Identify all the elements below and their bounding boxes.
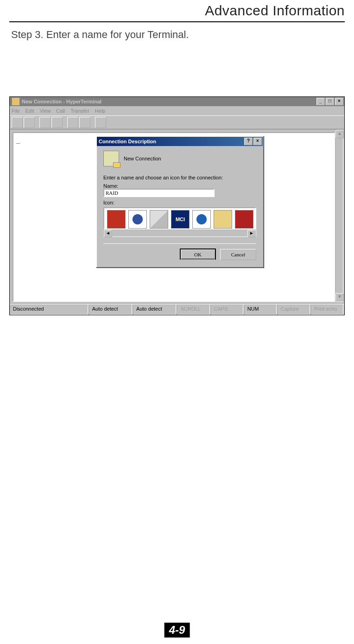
dialog-subtitle: New Connection <box>124 156 161 161</box>
menu-bar: File Edit View Call Transfer Help <box>10 106 344 115</box>
icon-picker[interactable]: MCI <box>103 207 256 230</box>
step-instruction: Step 3. Enter a name for your Terminal. <box>11 29 345 41</box>
icon-scroll-track[interactable] <box>112 230 247 236</box>
screenshot-hyperterminal: New Connection - HyperTerminal _ □ × Fil… <box>9 96 345 315</box>
status-caps: CAPS <box>211 305 243 315</box>
connection-description-dialog: Connection Description ? × New Connectio… <box>96 136 264 268</box>
status-capture: Capture <box>278 305 310 315</box>
toolbar-send-icon[interactable] <box>67 117 78 128</box>
status-num: NUM <box>244 305 277 315</box>
minimize-button[interactable]: _ <box>316 98 325 105</box>
toolbar-call-icon[interactable] <box>39 117 51 128</box>
name-input[interactable] <box>103 189 215 197</box>
header-rule <box>9 21 345 22</box>
status-connection: Disconnected <box>10 305 88 315</box>
ok-button[interactable]: OK <box>180 249 216 260</box>
menu-call[interactable]: Call <box>56 108 65 114</box>
maximize-button[interactable]: □ <box>326 98 334 105</box>
dialog-prompt: Enter a name and choose an icon for the … <box>103 175 256 180</box>
scroll-up-icon[interactable]: ▲ <box>335 130 344 138</box>
icon-option-globe[interactable] <box>128 210 147 229</box>
status-autodetect-1: Auto detect <box>89 305 132 315</box>
terminal-cursor: _ <box>16 136 20 143</box>
window-titlebar[interactable]: New Connection - HyperTerminal _ □ × <box>10 97 344 106</box>
window-title: New Connection - HyperTerminal <box>22 99 316 104</box>
icon-scrollbar[interactable]: ◄ ► <box>103 230 256 237</box>
menu-help[interactable]: Help <box>95 108 106 114</box>
toolbar <box>10 115 344 129</box>
dialog-titlebar[interactable]: Connection Description ? × <box>97 137 263 146</box>
scroll-right-icon[interactable]: ► <box>247 230 256 237</box>
close-button[interactable]: × <box>335 98 343 105</box>
toolbar-receive-icon[interactable] <box>79 117 90 128</box>
icon-option-handset[interactable] <box>235 210 253 229</box>
dialog-help-button[interactable]: ? <box>244 138 253 145</box>
app-icon <box>12 97 20 106</box>
page-header-title: Advanced Information <box>9 3 345 19</box>
menu-transfer[interactable]: Transfer <box>70 108 89 114</box>
icon-option-phone[interactable] <box>107 210 126 229</box>
icon-option-notepad[interactable] <box>214 210 232 229</box>
page-number: 4-9 <box>164 623 190 638</box>
dialog-title: Connection Description <box>99 137 244 146</box>
dialog-close-button[interactable]: × <box>253 138 262 145</box>
toolbar-open-icon[interactable] <box>24 117 35 128</box>
menu-file[interactable]: File <box>12 108 20 114</box>
icon-option-sphere[interactable] <box>192 210 211 229</box>
status-autodetect-2: Auto detect <box>133 305 176 315</box>
cancel-button[interactable]: Cancel <box>220 249 256 260</box>
toolbar-hangup-icon[interactable] <box>51 117 63 128</box>
status-scroll: SCROLL <box>177 305 209 315</box>
scroll-down-icon[interactable]: ▼ <box>335 293 344 301</box>
scrollbar-track[interactable] <box>335 138 343 293</box>
menu-view[interactable]: View <box>40 108 51 114</box>
icon-option-satellite[interactable] <box>150 210 168 229</box>
connection-icon <box>103 151 119 166</box>
name-label: Name: <box>103 183 256 189</box>
toolbar-properties-icon[interactable] <box>95 117 106 128</box>
status-bar: Disconnected Auto detect Auto detect SCR… <box>10 304 344 315</box>
scroll-left-icon[interactable]: ◄ <box>104 230 112 237</box>
menu-edit[interactable]: Edit <box>25 108 34 114</box>
toolbar-new-icon[interactable] <box>12 117 23 128</box>
status-print-echo: Print echo <box>311 305 343 315</box>
vertical-scrollbar[interactable]: ▲ ▼ <box>335 129 343 302</box>
icon-option-mci[interactable]: MCI <box>171 210 190 229</box>
icon-label: Icon: <box>103 200 256 205</box>
